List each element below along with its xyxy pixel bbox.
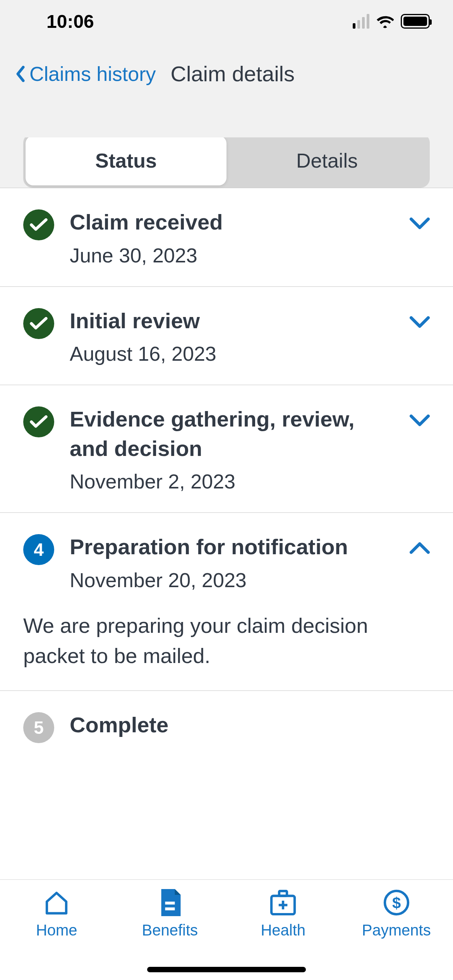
step-initial-review[interactable]: Initial review August 16, 2023 bbox=[0, 287, 453, 385]
svg-text:$: $ bbox=[392, 894, 401, 911]
step-title: Evidence gathering, review, and decision bbox=[70, 404, 394, 463]
step-evidence-gathering[interactable]: Evidence gathering, review, and decision… bbox=[0, 385, 453, 513]
chevron-left-icon bbox=[15, 66, 26, 82]
check-circle-icon bbox=[23, 308, 54, 339]
nav-label: Home bbox=[36, 922, 77, 939]
battery-icon bbox=[401, 14, 430, 29]
tabs-container: Status Details bbox=[0, 134, 453, 188]
step-date: November 20, 2023 bbox=[70, 569, 394, 592]
tab-details-label: Details bbox=[296, 149, 358, 172]
tab-status-label: Status bbox=[95, 149, 157, 172]
nav-payments[interactable]: $ Payments bbox=[340, 889, 453, 980]
status-time: 10:06 bbox=[46, 11, 94, 32]
step-date: June 30, 2023 bbox=[70, 244, 394, 267]
status-indicators bbox=[353, 14, 430, 29]
steps-list: Claim received June 30, 2023 Initial rev… bbox=[0, 188, 453, 754]
back-label: Claims history bbox=[29, 62, 156, 86]
nav-home[interactable]: Home bbox=[0, 889, 113, 980]
nav-header: Claims history Claim details bbox=[0, 43, 453, 137]
step-body-text: We are preparing your claim decision pac… bbox=[23, 610, 430, 671]
step-number-circle-icon: 5 bbox=[23, 712, 54, 743]
chevron-up-icon bbox=[410, 542, 430, 555]
step-number: 5 bbox=[34, 717, 44, 738]
bottom-nav: Home Benefits Health $ Payments bbox=[0, 879, 453, 980]
step-title: Claim received bbox=[70, 207, 394, 237]
wifi-icon bbox=[376, 15, 394, 28]
step-complete[interactable]: 5 Complete bbox=[0, 691, 453, 754]
home-icon bbox=[43, 889, 70, 916]
dollar-circle-icon: $ bbox=[383, 889, 410, 916]
step-title: Complete bbox=[70, 710, 430, 740]
nav-label: Benefits bbox=[142, 922, 198, 939]
tab-details[interactable]: Details bbox=[226, 136, 427, 185]
status-bar: 10:06 bbox=[0, 0, 453, 43]
step-title: Preparation for notification bbox=[70, 532, 394, 562]
tab-status[interactable]: Status bbox=[26, 136, 226, 185]
cellular-signal-icon bbox=[353, 14, 369, 29]
chevron-down-icon bbox=[410, 415, 430, 427]
page-title: Claim details bbox=[171, 61, 295, 86]
nav-label: Health bbox=[261, 922, 305, 939]
chevron-down-icon bbox=[410, 218, 430, 230]
check-circle-icon bbox=[23, 406, 54, 437]
step-date: August 16, 2023 bbox=[70, 342, 394, 365]
medkit-icon bbox=[269, 889, 297, 916]
check-circle-icon bbox=[23, 209, 54, 240]
document-icon bbox=[156, 889, 184, 916]
step-number-circle-icon: 4 bbox=[23, 534, 54, 565]
nav-label: Payments bbox=[362, 922, 431, 939]
step-date: November 2, 2023 bbox=[70, 470, 394, 493]
nav-benefits[interactable]: Benefits bbox=[113, 889, 227, 980]
step-number: 4 bbox=[34, 539, 44, 560]
step-claim-received[interactable]: Claim received June 30, 2023 bbox=[0, 188, 453, 287]
step-title: Initial review bbox=[70, 306, 394, 336]
svg-rect-1 bbox=[165, 908, 175, 911]
svg-rect-3 bbox=[279, 891, 287, 896]
step-preparation-notification[interactable]: 4 Preparation for notification November … bbox=[0, 513, 453, 690]
tabs: Status Details bbox=[23, 134, 430, 188]
nav-health[interactable]: Health bbox=[226, 889, 340, 980]
back-button[interactable]: Claims history bbox=[15, 62, 156, 86]
svg-rect-0 bbox=[165, 902, 175, 905]
home-indicator[interactable] bbox=[147, 967, 306, 972]
chevron-down-icon bbox=[410, 316, 430, 329]
